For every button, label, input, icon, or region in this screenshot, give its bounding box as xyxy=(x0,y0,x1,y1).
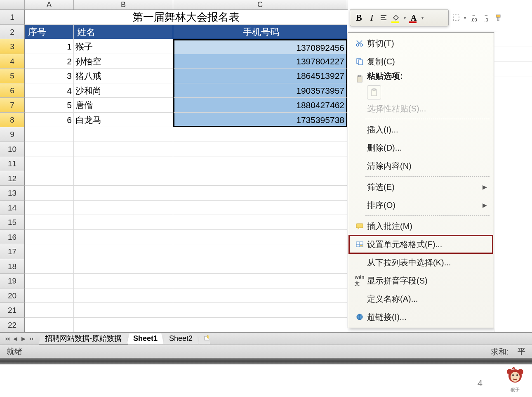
cell-fragment[interactable] xyxy=(494,61,532,76)
cell-a14[interactable] xyxy=(25,201,74,215)
cell-c19[interactable] xyxy=(173,274,347,288)
cell-a7[interactable]: 5 xyxy=(25,98,74,113)
tab-first-icon[interactable]: ⏮ xyxy=(3,335,11,343)
cell-c6[interactable]: 1903573957 xyxy=(173,83,347,98)
menu-hyperlink[interactable]: 超链接(I)... xyxy=(349,308,493,326)
menu-clear[interactable]: 清除内容(N) xyxy=(349,157,493,175)
cell-c11[interactable] xyxy=(173,156,347,171)
header-seq[interactable]: 序号 xyxy=(25,25,74,40)
cell-c20[interactable] xyxy=(173,288,347,303)
row-header-9[interactable]: 9 xyxy=(0,127,25,142)
bold-button[interactable]: B xyxy=(353,12,365,24)
cell-a13[interactable] xyxy=(25,186,74,201)
row-header-8[interactable]: 8 xyxy=(0,113,25,128)
row-header-14[interactable]: 14 xyxy=(0,201,25,215)
menu-cut[interactable]: 剪切(T) xyxy=(349,34,493,52)
cell-c4[interactable]: 1397804227 xyxy=(173,54,347,69)
select-all-corner[interactable] xyxy=(0,0,25,9)
format-painter-icon[interactable] xyxy=(494,13,503,22)
cell-a10[interactable] xyxy=(25,142,74,157)
row-header-10[interactable]: 10 xyxy=(0,142,25,157)
cell-c18[interactable] xyxy=(173,259,347,274)
cell-a16[interactable] xyxy=(25,230,74,245)
cell-a21[interactable] xyxy=(25,303,74,318)
cell-c3[interactable]: 1370892456 xyxy=(173,39,347,54)
column-header-b[interactable]: B xyxy=(74,0,173,9)
cell-a20[interactable] xyxy=(25,288,74,303)
cell-fragment[interactable] xyxy=(494,32,532,47)
cell-a22[interactable] xyxy=(25,318,74,333)
fill-color-icon[interactable] xyxy=(391,13,400,22)
cell-c22[interactable] xyxy=(173,318,347,333)
italic-button[interactable]: I xyxy=(368,12,376,24)
cell-a18[interactable] xyxy=(25,259,74,274)
cell-c8[interactable]: 1735395738 xyxy=(173,113,347,128)
menu-define-name[interactable]: 定义名称(A)... xyxy=(349,290,493,308)
cell-b11[interactable] xyxy=(74,156,173,171)
border-icon[interactable] xyxy=(452,13,461,22)
cell-b7[interactable]: 唐僧 xyxy=(74,98,173,113)
sheet-tab-1[interactable]: 招聘网站数据-原始数据 xyxy=(39,333,128,345)
cell-a15[interactable] xyxy=(25,215,74,230)
cell-b13[interactable] xyxy=(74,186,173,201)
cell-c7[interactable]: 1880427462 xyxy=(173,98,347,113)
row-header-13[interactable]: 13 xyxy=(0,186,25,201)
paste-option-default[interactable] xyxy=(367,85,381,99)
cell-b18[interactable] xyxy=(74,259,173,274)
cell-b9[interactable] xyxy=(74,127,173,142)
row-header-15[interactable]: 15 xyxy=(0,215,25,230)
cell-b10[interactable] xyxy=(74,142,173,157)
tab-next-icon[interactable]: ▶ xyxy=(20,335,27,343)
cell-a19[interactable] xyxy=(25,274,74,288)
menu-copy[interactable]: 复制(C) xyxy=(349,52,493,71)
cell-a11[interactable] xyxy=(25,156,74,171)
cell-b15[interactable] xyxy=(74,215,173,230)
menu-format-cells[interactable]: 设置单元格格式(F)... xyxy=(349,235,493,253)
cell-c21[interactable] xyxy=(173,303,347,318)
cell-b4[interactable]: 孙悟空 xyxy=(74,54,173,69)
cell-b6[interactable]: 沙和尚 xyxy=(74,83,173,98)
cell-a5[interactable]: 3 xyxy=(25,69,74,83)
row-header-17[interactable]: 17 xyxy=(0,244,25,259)
row-header-7[interactable]: 7 xyxy=(0,98,25,113)
cell-b16[interactable] xyxy=(74,230,173,245)
row-header-6[interactable]: 6 xyxy=(0,83,25,98)
cell-c14[interactable] xyxy=(173,201,347,215)
decrease-decimal-icon[interactable]: →.0 xyxy=(482,13,491,22)
row-header-4[interactable]: 4 xyxy=(0,54,25,69)
row-header-3[interactable]: 3 xyxy=(0,39,25,54)
align-icon[interactable] xyxy=(379,13,388,22)
row-header-2[interactable]: 2 xyxy=(0,25,25,40)
cell-c16[interactable] xyxy=(173,230,347,245)
cell-b8[interactable]: 白龙马 xyxy=(74,113,173,128)
sheet-tab-2[interactable]: Sheet1 xyxy=(127,333,164,344)
row-header-19[interactable]: 19 xyxy=(0,274,25,288)
cell-a9[interactable] xyxy=(25,127,74,142)
cell-b20[interactable] xyxy=(74,288,173,303)
cell-c13[interactable] xyxy=(173,186,347,201)
menu-insert-comment[interactable]: 插入批注(M) xyxy=(349,217,493,235)
menu-insert[interactable]: 插入(I)... xyxy=(349,121,493,139)
column-header-c[interactable]: C xyxy=(173,0,347,9)
row-header-11[interactable]: 11 xyxy=(0,156,25,171)
menu-delete[interactable]: 删除(D)... xyxy=(349,139,493,157)
cell-b5[interactable]: 猪八戒 xyxy=(74,69,173,83)
cell-fragment[interactable] xyxy=(494,47,532,62)
row-header-20[interactable]: 20 xyxy=(0,288,25,303)
increase-decimal-icon[interactable]: ←.00 xyxy=(469,13,478,22)
cell-b12[interactable] xyxy=(74,171,173,186)
row-header-18[interactable]: 18 xyxy=(0,259,25,274)
cell-c5[interactable]: 1864513927 xyxy=(173,69,347,83)
column-header-a[interactable]: A xyxy=(25,0,74,9)
title-cell[interactable]: 第一届舞林大会报名表 xyxy=(25,10,347,25)
tab-prev-icon[interactable]: ◀ xyxy=(12,335,19,343)
new-sheet-tab[interactable] xyxy=(198,333,210,344)
cell-b3[interactable]: 猴子 xyxy=(74,39,173,54)
cell-a17[interactable] xyxy=(25,244,74,259)
font-color-icon[interactable]: A xyxy=(409,13,418,22)
menu-sort[interactable]: 排序(O) ▶ xyxy=(349,196,493,214)
cell-a8[interactable]: 6 xyxy=(25,113,74,128)
header-phone[interactable]: 手机号码 xyxy=(173,25,347,40)
menu-show-pinyin[interactable]: wén文 显示拼音字段(S) xyxy=(349,272,493,290)
row-header-12[interactable]: 12 xyxy=(0,171,25,186)
